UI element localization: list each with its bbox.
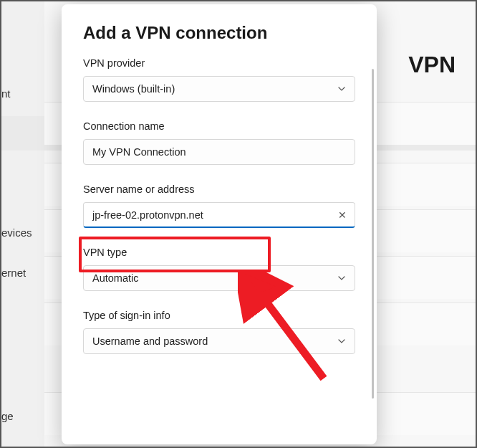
sidebar-item-fragment: ernet	[1, 259, 26, 286]
dropdown-value: Windows (built-in)	[92, 83, 175, 95]
label-vpn-provider: VPN provider	[83, 57, 355, 69]
sidebar-item-fragment: nt	[1, 80, 11, 107]
field-vpn-provider: VPN provider Windows (built-in)	[83, 57, 355, 102]
input-connection-name[interactable]	[83, 139, 355, 165]
dropdown-signin-type[interactable]: Username and password	[83, 328, 355, 354]
dropdown-vpn-type[interactable]: Automatic	[83, 265, 355, 291]
label-connection-name: Connection name	[83, 120, 355, 132]
field-connection-name: Connection name	[83, 120, 355, 165]
sidebar-item-fragment: ge	[1, 403, 14, 429]
field-signin-type: Type of sign-in info Username and passwo…	[83, 310, 355, 354]
field-server-name: Server name or address ✕	[83, 184, 355, 228]
dropdown-value: Automatic	[92, 272, 138, 284]
label-signin-type: Type of sign-in info	[83, 310, 355, 321]
field-vpn-type: VPN type Automatic	[83, 247, 355, 291]
label-server-name: Server name or address	[83, 184, 355, 195]
chevron-down-icon	[337, 274, 346, 282]
chevron-down-icon	[337, 85, 346, 93]
sidebar-item-fragment: evices	[1, 219, 32, 246]
dialog-title: Add a VPN connection	[83, 23, 355, 43]
clear-icon[interactable]: ✕	[338, 209, 347, 221]
dropdown-value: Username and password	[92, 335, 208, 347]
add-vpn-dialog: Add a VPN connection VPN provider Window…	[62, 4, 377, 444]
dropdown-vpn-provider[interactable]: Windows (built-in)	[83, 76, 355, 102]
input-server-name[interactable]	[83, 202, 355, 228]
label-vpn-type: VPN type	[83, 247, 355, 258]
page-breadcrumb-title: VPN	[408, 52, 456, 78]
chevron-down-icon	[337, 337, 346, 345]
scrollbar[interactable]	[372, 69, 374, 399]
